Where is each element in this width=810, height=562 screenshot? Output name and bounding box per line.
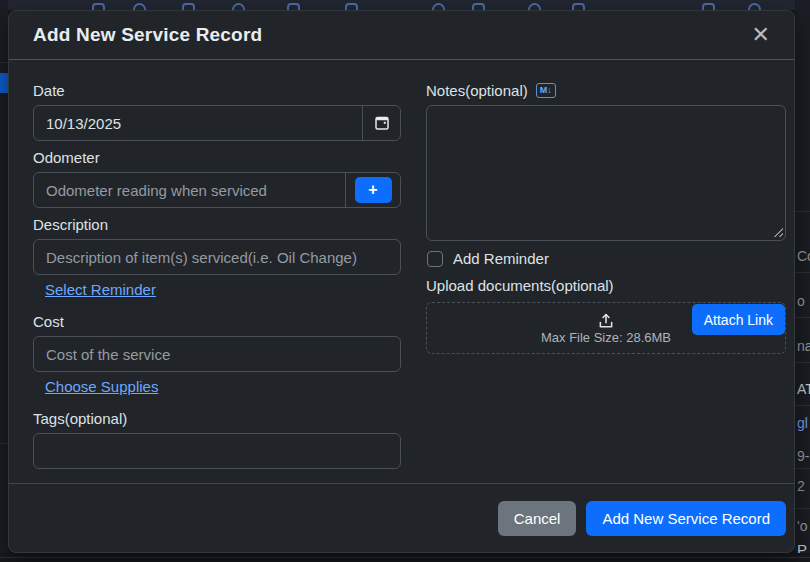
- date-input-group: [33, 105, 401, 141]
- divider: [0, 557, 810, 558]
- attach-link-button[interactable]: Attach Link: [692, 304, 785, 335]
- background-icon-fragment: [92, 3, 105, 10]
- modal-footer: Cancel Add New Service Record: [9, 483, 794, 552]
- choose-supplies-row: Choose Supplies: [45, 378, 401, 396]
- divider: [795, 468, 810, 469]
- background-icon-fragment: [287, 3, 300, 10]
- background-icon-fragment: [182, 3, 195, 10]
- divider: [0, 62, 8, 63]
- modal-title: Add New Service Record: [33, 24, 262, 46]
- background-text-fragment: 'o: [797, 518, 807, 534]
- description-label: Description: [33, 216, 401, 233]
- notes-textarea[interactable]: [426, 105, 786, 241]
- odometer-input[interactable]: [34, 173, 345, 207]
- form-left-column: Date Odometer: [33, 82, 401, 469]
- background-icon-fragment: [133, 3, 146, 10]
- background-icon-fragment: [748, 3, 761, 10]
- background-navbar: [0, 0, 810, 10]
- modal-body: Date Odometer: [9, 60, 794, 483]
- max-file-size-text: Max File Size: 28.6MB: [541, 330, 671, 345]
- background-text-fragment: gl: [797, 415, 808, 431]
- odometer-input-group: +: [33, 172, 401, 208]
- date-label: Date: [33, 82, 401, 99]
- odometer-button-segment: +: [345, 173, 400, 207]
- close-button[interactable]: ✕: [750, 24, 772, 46]
- background-bottom-strip: [0, 553, 810, 562]
- form-right-column: Notes(optional) M↓ Add Reminder Upload d…: [426, 82, 786, 354]
- background-text-fragment: 2: [797, 478, 805, 494]
- description-input[interactable]: [33, 239, 401, 275]
- divider: [795, 317, 810, 318]
- background-icon-fragment: [472, 3, 485, 10]
- background-text-fragment: AT: [797, 381, 810, 397]
- divider: [0, 443, 8, 444]
- odometer-label: Odometer: [33, 149, 401, 166]
- divider: [795, 362, 810, 363]
- tags-input[interactable]: [33, 433, 401, 469]
- add-service-record-modal: Add New Service Record ✕ Date: [8, 10, 795, 553]
- submit-button[interactable]: Add New Service Record: [586, 501, 786, 536]
- notes-field-wrap: [426, 105, 786, 241]
- background-icon-fragment: [528, 3, 541, 10]
- add-reminder-row: Add Reminder: [427, 250, 786, 267]
- background-text-fragment: na: [797, 338, 810, 354]
- upload-icon: [597, 312, 615, 329]
- background-icon-fragment: [572, 3, 585, 10]
- background-icon-fragment: [432, 3, 445, 10]
- cancel-button[interactable]: Cancel: [498, 501, 577, 536]
- calendar-icon: [374, 115, 390, 131]
- background-right-strip: Co o na AT gl 9- 2 'o P: [795, 0, 810, 562]
- markdown-icon: M↓: [536, 83, 556, 98]
- divider: [795, 508, 810, 509]
- tags-label: Tags(optional): [33, 410, 401, 427]
- add-odometer-button[interactable]: +: [355, 177, 392, 203]
- select-reminder-link[interactable]: Select Reminder: [45, 281, 156, 298]
- cost-label: Cost: [33, 313, 401, 330]
- divider: [795, 211, 810, 212]
- upload-documents-label: Upload documents(optional): [426, 277, 786, 294]
- background-text-fragment: 9-: [797, 448, 809, 464]
- background-left-strip: [0, 0, 8, 562]
- background-text-fragment: o: [797, 293, 805, 309]
- background-text-fragment: Co: [797, 248, 810, 264]
- background-badge-fragment: [0, 73, 8, 93]
- divider: [795, 272, 810, 273]
- select-reminder-row: Select Reminder: [45, 281, 401, 299]
- cost-input[interactable]: [33, 336, 401, 372]
- date-input[interactable]: [34, 106, 362, 140]
- notes-header: Notes(optional) M↓: [426, 82, 786, 99]
- upload-dropzone[interactable]: Max File Size: 28.6MB Attach Link: [426, 302, 786, 354]
- date-picker-button[interactable]: [362, 106, 400, 140]
- add-reminder-checkbox[interactable]: [427, 251, 443, 267]
- add-reminder-label: Add Reminder: [453, 250, 549, 267]
- choose-supplies-link[interactable]: Choose Supplies: [45, 378, 158, 395]
- modal-header: Add New Service Record ✕: [9, 11, 794, 60]
- background-icon-fragment: [702, 3, 715, 10]
- background-icon-fragment: [232, 3, 245, 10]
- background-icon-fragment: [345, 3, 358, 10]
- screen: Co o na AT gl 9- 2 'o P Add New Service …: [0, 0, 810, 562]
- divider: [795, 405, 810, 406]
- notes-label: Notes(optional): [426, 82, 528, 99]
